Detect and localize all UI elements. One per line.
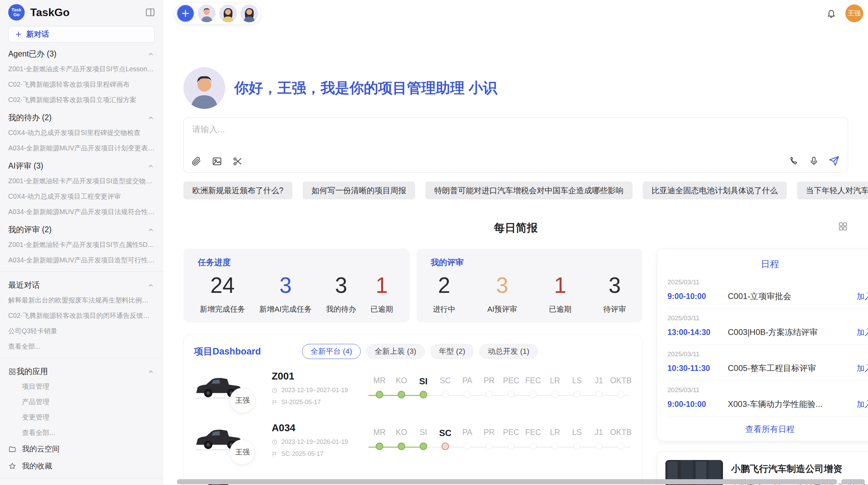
add-member-button[interactable] [177, 4, 194, 22]
divider [0, 358, 163, 358]
milestone-label: J1 [588, 428, 610, 438]
sidebar-section-header[interactable]: 最近对话 [0, 275, 163, 293]
sidebar-collapse-icon[interactable] [145, 7, 155, 17]
sidebar-section-header[interactable]: AI评审 (3) [0, 156, 163, 173]
microphone-icon [809, 156, 819, 166]
stat-items: 2进行中3AI预评审1已逾期3待评审 [431, 268, 628, 314]
snippet-button[interactable] [232, 156, 243, 167]
notification-bell-icon[interactable] [826, 8, 836, 18]
join-link[interactable]: 加入 [857, 363, 868, 374]
sidebar-section-header[interactable]: 我的待办 (2) [0, 108, 163, 125]
sidebar-app-item[interactable]: 项目管理 [0, 379, 163, 394]
suggestion-chip[interactable]: 比亚迪全固态电池计划具体说了什么 [643, 182, 787, 199]
sidebar-item-label: 我的收藏 [22, 461, 52, 471]
new-chat-button[interactable]: 新对话 [8, 26, 155, 42]
sidebar-item[interactable]: C0X4-动力总成开发项目SI里程碑提交物检查 [0, 125, 163, 140]
briefing-header: 每日简报 [183, 221, 848, 234]
sidebar-tool-agent[interactable]: AI超级员工 [0, 482, 163, 485]
milestone-dot [464, 391, 471, 398]
join-link[interactable]: 加入 [857, 327, 868, 338]
milestone-dot [595, 391, 602, 398]
sidebar-item[interactable]: Z001-全新燃油轻卡产品开发项目SI节点属性5D文件评审 [0, 237, 163, 252]
sidebar-app-item[interactable]: 产品管理 [0, 394, 163, 410]
schedule-card: 日程 2025/03/119:00-10:00C001-立项审批会加入2025/… [657, 249, 868, 441]
milestone-dots [369, 391, 632, 398]
chat-input[interactable] [191, 123, 707, 148]
sidebar-item[interactable]: A034-全新新能源MUV产品开发项目计划变更表编写 [0, 140, 163, 156]
send-button[interactable] [829, 156, 840, 167]
dashboard-tab[interactable]: 全新平台 (4) [302, 344, 361, 359]
member-avatar[interactable] [219, 4, 237, 22]
sidebar-item[interactable]: A034-全新新能源MUV产品开发项目造型可行性评审 [0, 252, 163, 268]
greeting-section: 你好，王强，我是你的项目管理助理 小识 [183, 67, 848, 109]
microphone-button[interactable] [809, 156, 819, 167]
stat-label: 我的待办 [326, 304, 356, 314]
grid-icon [838, 221, 848, 232]
sidebar-item-cloud-folder[interactable]: 我的云空间 [0, 440, 163, 458]
sidebar-item[interactable]: Z001-全新燃油轻卡产品开发项目SI造型提交物评审 [0, 173, 163, 189]
project-name: Z001 [272, 371, 355, 382]
project-list: 王强Z0012023-12-19~2027-01-19SI-2025-05-17… [184, 362, 642, 485]
stat: 3我的待办 [326, 268, 356, 314]
voice-call-button[interactable] [789, 156, 799, 167]
user-avatar[interactable]: 王强 [845, 4, 863, 22]
milestone-dot-cell [412, 443, 434, 450]
dashboard-tab[interactable]: 全新上装 (3) [366, 344, 425, 359]
view-all-link[interactable]: 查看全部... [0, 339, 163, 354]
dashboard-tab[interactable]: 年型 (2) [430, 344, 474, 359]
sidebar-item[interactable]: Z001-全新燃油皮卡产品开发项目SI节点Lesson Learn报告 [0, 61, 163, 77]
milestone-dot [442, 443, 449, 450]
sidebar-item[interactable]: C02-飞腾新能源轻客改款项目立项汇报方案 [0, 92, 163, 108]
suggestion-chip[interactable]: 当下年轻人对汽车外观有怎样的喜好趋势 [797, 182, 868, 199]
suggestion-chip[interactable]: 如何写一份清晰的项目周报 [303, 182, 415, 199]
project-row[interactable]: 王强A0342023-12-19~2026-01-19SC-2025-05-17… [184, 413, 642, 465]
attach-image-button[interactable] [212, 156, 222, 167]
milestone-dot-cell [610, 443, 632, 450]
join-link[interactable]: 加入 [857, 291, 868, 302]
attach-file-button[interactable] [191, 156, 202, 167]
sidebar-item-label: 我的云空间 [22, 444, 60, 454]
schedule-date: 2025/03/11 [667, 350, 868, 358]
schedule-item: 2025/03/119:00-10:00C001-立项审批会加入 [667, 273, 868, 309]
milestone-dot-cell [588, 391, 610, 398]
join-link[interactable]: 加入 [857, 399, 868, 410]
suggestion-chip[interactable]: 欧洲新规最近颁布了什么? [183, 182, 292, 199]
scissors-icon [232, 156, 243, 166]
sidebar-item[interactable]: 公司Q3轻卡销量 [0, 323, 163, 339]
input-actions [789, 156, 840, 167]
chat-input-box[interactable] [183, 117, 848, 173]
sidebar-item[interactable]: C02-飞腾新能源轻客改款项目里程碑画布 [0, 77, 163, 92]
project-date-range: 2023-12-19~2026-01-19 [272, 438, 355, 446]
stat-value: 3 [260, 273, 312, 298]
sidebar-section-header[interactable]: 我的评审 (2) [0, 220, 163, 237]
sidebar-app-item[interactable]: 变更管理 [0, 410, 163, 425]
stat-label: 已逾期 [549, 304, 571, 314]
sidebar-item-star[interactable]: 我的收藏 [0, 458, 163, 475]
member-avatar[interactable] [198, 4, 216, 22]
sidebar-item[interactable]: A034-全新新能源MUV产品开发项目法规符合性评审 [0, 204, 163, 220]
dashboard-tab[interactable]: 动总开发 (1) [479, 344, 538, 359]
suggestion-chip[interactable]: 特朗普可能对进口汽车增税会对中国车企造成哪些影响 [425, 182, 632, 199]
layout-toggle-button[interactable] [838, 221, 848, 233]
schedule-time: 10:30-11:30 [667, 364, 728, 373]
sidebar-item[interactable]: C02-飞腾新能源轻客改款项目的闭环通告反馈情况 [0, 308, 163, 323]
milestone-label: PR [478, 428, 500, 438]
schedule-title: 日程 [667, 258, 868, 270]
horizontal-scrollbar-corner[interactable] [841, 479, 865, 484]
stat-value: 1 [549, 273, 571, 298]
milestone-label: FEC [522, 376, 544, 387]
sidebar-item[interactable]: 解释最新出台的欧盟报废车法规再生塑料比例被调至15%... [0, 293, 163, 308]
view-all-schedule-link[interactable]: 查看所有日程 [667, 417, 868, 435]
project-info: Z0012023-12-19~2027-01-19SI-2025-05-17 [272, 371, 355, 406]
project-date-range-text: 2023-12-19~2026-01-19 [281, 438, 348, 446]
milestone-dot-cell [610, 391, 632, 398]
sidebar-section-header[interactable]: 我的应用 [0, 361, 163, 379]
horizontal-scrollbar-thumb[interactable] [177, 479, 837, 484]
sidebar-item[interactable]: C0X4-动力总成开发项目工程变更评审 [0, 189, 163, 204]
sidebar-section-header[interactable]: Agent已办 (3) [0, 44, 163, 61]
schedule-row: 9:00-10:00C001-立项审批会加入 [667, 291, 868, 302]
view-all-link[interactable]: 查看全部... [0, 425, 163, 440]
project-row[interactable]: 王强Z0012023-12-19~2027-01-19SI-2025-05-17… [184, 362, 642, 413]
stat: 1已逾期 [549, 268, 571, 314]
member-avatar[interactable] [240, 4, 258, 22]
